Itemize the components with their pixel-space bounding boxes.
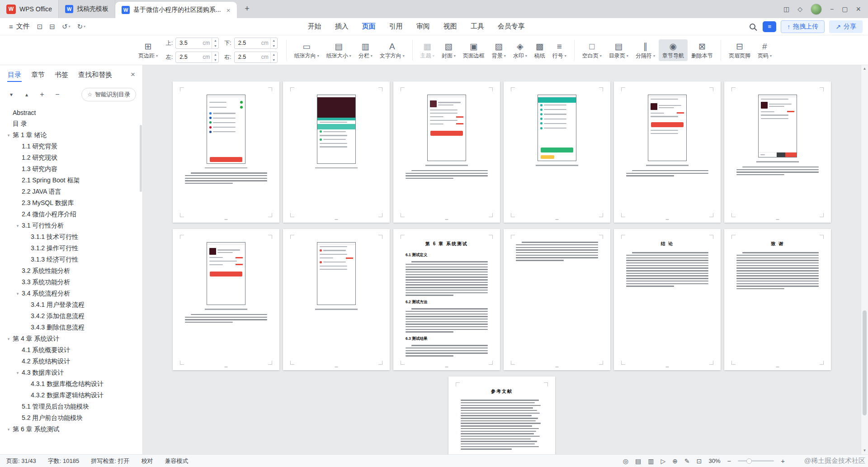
ribbon-tab-审阅[interactable]: 审阅 bbox=[410, 19, 436, 33]
proofread-button[interactable]: 校对 bbox=[141, 457, 153, 465]
toc-item[interactable]: 4.2 系统结构设计 bbox=[0, 356, 142, 367]
home-tab[interactable]: WWPS Office bbox=[0, 0, 59, 18]
new-tab-button[interactable]: + bbox=[241, 3, 253, 15]
skin-icon[interactable]: ◇ bbox=[797, 5, 802, 13]
sidebar-tab-查找和替换[interactable]: 查找和替换 bbox=[78, 66, 113, 84]
ribbon-button-页面边框[interactable]: ▣页面边框 bbox=[459, 39, 488, 61]
spinner[interactable]: ▲▼ bbox=[212, 38, 218, 48]
spinner[interactable]: ▲▼ bbox=[212, 52, 218, 62]
sidebar-tab-书签[interactable]: 书签 bbox=[54, 66, 69, 84]
maximize-button[interactable]: ▢ bbox=[842, 5, 848, 13]
toc-item[interactable]: 2.1 Spring Boot 框架 bbox=[0, 175, 142, 186]
sidebar-scrollbar[interactable] bbox=[140, 125, 142, 192]
ribbon-button-分栏[interactable]: ▥分栏▾ bbox=[355, 39, 376, 61]
drag-upload-button[interactable]: ↑ 拖拽上传 bbox=[781, 20, 825, 33]
toc-item[interactable]: ▾第 1 章 绪论 bbox=[0, 129, 142, 141]
undo-button[interactable]: ↺▾ bbox=[62, 23, 71, 31]
ribbon-tab-会员专享[interactable]: 会员专享 bbox=[491, 19, 531, 33]
toc-item[interactable]: 2.2 JAVA 语言 bbox=[0, 186, 142, 197]
toc-item[interactable]: 3.4.3 删除信息流程 bbox=[0, 322, 142, 333]
page-thumbnail[interactable] bbox=[393, 81, 500, 223]
page-thumbnail[interactable]: 结 论 bbox=[614, 229, 721, 370]
spellcheck-status[interactable]: 拼写检查: 打开 bbox=[91, 457, 129, 465]
toc-item[interactable]: ▾3.4 系统流程分析 bbox=[0, 288, 142, 299]
book-read-mode-icon[interactable]: ⊕ bbox=[672, 457, 678, 465]
demote-button[interactable]: − bbox=[52, 90, 62, 100]
zoom-value[interactable]: 30% bbox=[708, 457, 720, 464]
margin-left-input[interactable]: 2.5cm▲▼ bbox=[175, 52, 219, 63]
toc-item[interactable]: ▾第 4 章 系统设计 bbox=[0, 333, 142, 344]
compat-mode-badge[interactable]: 兼容模式 bbox=[165, 457, 188, 465]
page-indicator[interactable]: 页面: 31/43 bbox=[6, 457, 36, 465]
vertical-scrollbar[interactable]: ▲ ▼ bbox=[861, 65, 868, 454]
toc-item[interactable]: 目 录 bbox=[0, 118, 142, 129]
page-thumbnail[interactable] bbox=[504, 81, 610, 223]
zoom-out-button[interactable]: − bbox=[727, 457, 731, 465]
page-thumbnail[interactable] bbox=[504, 229, 610, 370]
expand-arrow-icon[interactable]: ▾ bbox=[14, 224, 22, 228]
page-thumbnail[interactable] bbox=[173, 81, 279, 223]
page-thumbnail[interactable] bbox=[283, 81, 390, 223]
collapse-all-button[interactable]: ▾ bbox=[6, 90, 16, 100]
toc-item[interactable]: 5.2 用户前台功能模块 bbox=[0, 412, 142, 424]
toc-item[interactable]: 3.1.1 技术可行性 bbox=[0, 231, 142, 243]
zoom-in-button[interactable]: + bbox=[781, 457, 785, 465]
expand-arrow-icon[interactable]: ▾ bbox=[14, 291, 22, 296]
toc-item[interactable]: ▾3.1 可行性分析 bbox=[0, 220, 142, 231]
ribbon-button-页码[interactable]: #页码▾ bbox=[754, 39, 775, 61]
toc-item[interactable]: 3.4.1 用户登录流程 bbox=[0, 299, 142, 310]
ribbon-tab-开始[interactable]: 开始 bbox=[302, 19, 328, 33]
toc-item[interactable]: Abstract bbox=[0, 107, 142, 118]
spinner[interactable]: ▲▼ bbox=[270, 38, 277, 48]
toc-item[interactable]: 4.3.1 数据库概念结构设计 bbox=[0, 378, 142, 390]
ribbon-tab-页面[interactable]: 页面 bbox=[356, 19, 382, 33]
ribbon-tab-视图[interactable]: 视图 bbox=[437, 19, 463, 33]
smart-toc-button[interactable]: ☆ 智能识别目录 bbox=[81, 88, 136, 101]
toc-item[interactable]: 2.4 微信小程序介绍 bbox=[0, 209, 142, 220]
print-button[interactable]: ⊟ bbox=[49, 23, 55, 31]
toc-item[interactable]: ▾第 6 章 系统测试 bbox=[0, 424, 142, 435]
toc-item[interactable]: 1.1 研究背景 bbox=[0, 141, 142, 152]
sidebar-close-icon[interactable]: × bbox=[131, 70, 135, 79]
expand-all-button[interactable]: ▴ bbox=[22, 90, 32, 100]
margin-top-input[interactable]: 3.5cm▲▼ bbox=[175, 38, 219, 49]
expand-arrow-icon[interactable]: ▾ bbox=[5, 133, 13, 138]
toc-item[interactable]: 1.3 研究内容 bbox=[0, 163, 142, 175]
redo-button[interactable]: ↻▾ bbox=[77, 23, 86, 31]
ribbon-button-空白页[interactable]: □空白页▾ bbox=[579, 39, 605, 61]
ribbon-button-页眉页脚[interactable]: ⊟页眉页脚 bbox=[725, 39, 754, 61]
ribbon-tab-工具[interactable]: 工具 bbox=[464, 19, 491, 33]
ribbon-button-删除本节[interactable]: ⊠删除本节 bbox=[688, 39, 717, 61]
expand-arrow-icon[interactable]: ▾ bbox=[5, 427, 13, 432]
ribbon-button-纸张大小[interactable]: ▤纸张大小▾ bbox=[323, 39, 355, 61]
single-page-view-icon[interactable]: ▤ bbox=[635, 457, 641, 465]
scrollbar-thumb[interactable] bbox=[863, 310, 867, 415]
cloud-doc-icon[interactable]: ≡ bbox=[763, 21, 776, 32]
ink-pen-icon[interactable]: ✎ bbox=[684, 457, 690, 465]
ribbon-button-纸张方向[interactable]: ▭纸张方向▾ bbox=[291, 39, 323, 61]
search-icon[interactable] bbox=[750, 24, 755, 29]
ribbon-tab-引用[interactable]: 引用 bbox=[383, 19, 409, 33]
scroll-up-icon[interactable]: ▲ bbox=[861, 65, 868, 72]
spinner[interactable]: ▲▼ bbox=[270, 52, 277, 62]
ribbon-button-行号[interactable]: ≡行号▾ bbox=[549, 39, 570, 61]
page-thumbnail[interactable]: 致 谢 bbox=[724, 229, 831, 370]
page-thumbnail[interactable] bbox=[173, 229, 279, 370]
sidebar-tab-章节[interactable]: 章节 bbox=[31, 66, 45, 84]
toc-item[interactable]: 3.4.2 添加信息流程 bbox=[0, 310, 142, 322]
file-menu[interactable]: ≡ 文件 bbox=[5, 22, 33, 31]
save-button[interactable]: ⊡ bbox=[37, 23, 43, 31]
toc-item[interactable]: 4.3.2 数据库逻辑结构设计 bbox=[0, 390, 142, 401]
word-count[interactable]: 字数: 10185 bbox=[48, 457, 79, 465]
toc-item[interactable]: 3.1.3 经济可行性 bbox=[0, 254, 142, 265]
toc-item[interactable]: 3.2 系统性能分析 bbox=[0, 265, 142, 276]
toc-item[interactable]: 4.1 系统概要设计 bbox=[0, 344, 142, 356]
toc-item[interactable]: 5.1 管理员后台功能模块 bbox=[0, 401, 142, 412]
tab-close-icon[interactable]: × bbox=[226, 6, 231, 14]
page-thumbnail[interactable]: 参考文献 bbox=[448, 376, 555, 454]
toc-item[interactable]: ▾4.3 数据库设计 bbox=[0, 367, 142, 378]
page-thumbnail[interactable] bbox=[614, 81, 721, 223]
ribbon-button-章节导航[interactable]: ◉章节导航 bbox=[659, 39, 688, 61]
play-demo-icon[interactable]: ▷ bbox=[660, 457, 665, 465]
document-tab[interactable]: W基于微信小程序的社区团购系...× bbox=[115, 2, 236, 18]
